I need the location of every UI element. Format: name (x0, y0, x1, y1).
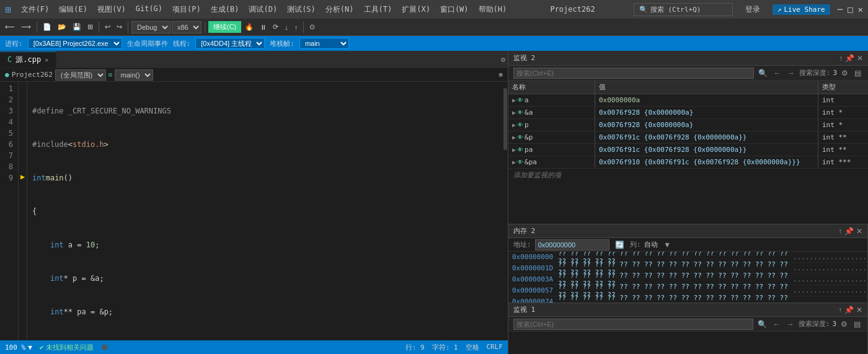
menu-build[interactable]: 生成(B) (206, 3, 244, 16)
menu-extensions[interactable]: 扩展(X) (397, 3, 435, 16)
expand-a-btn[interactable]: ▶ (512, 97, 516, 104)
live-share-button[interactable]: ↗ Live Share (773, 4, 830, 15)
expand-pa-btn[interactable]: ▶ (512, 146, 516, 153)
code-content[interactable]: #define _CRT_SECURE_NO_WARNINGS #include… (27, 82, 503, 340)
process-dropdown[interactable]: [0x3AE8] Project262.exe (28, 38, 122, 49)
watch1-back-btn[interactable]: ← (771, 319, 782, 329)
watch2-search-input[interactable] (513, 68, 754, 79)
thread-dropdown[interactable]: [0x4DD4] 主线程 (195, 38, 265, 49)
memory2-close-btn[interactable]: ✕ (856, 227, 862, 236)
toolbar-back-btn[interactable]: ⟵ (2, 22, 17, 32)
scope-dropdown[interactable]: (全局范围) (55, 69, 106, 81)
watch2-col-btn[interactable]: ▤ (852, 68, 863, 78)
watch1-fwd-btn[interactable]: → (785, 319, 796, 329)
watch-name-addr-p: &p (525, 133, 533, 141)
debug-mode-dropdown[interactable]: Debug (131, 21, 170, 33)
watch2-settings-btn[interactable]: ⚙ (839, 68, 850, 78)
watch-row-addr-pa[interactable]: ▶👁&pa 0x0076f910 {0x0076f91c {0x0076f928… (508, 156, 868, 169)
sep3 (128, 22, 128, 33)
watch1-search-input[interactable] (513, 319, 753, 330)
memory2-expand-btn[interactable]: ↑ (838, 227, 842, 236)
watch-name-pa: pa (525, 146, 533, 154)
menu-debug[interactable]: 调试(D) (244, 3, 282, 16)
add-watch-icon[interactable]: ⊕ (498, 71, 503, 79)
stop-debug-btn[interactable]: 🔥 (242, 22, 256, 32)
editor-tab-source[interactable]: C 源.cpp ✕ (0, 51, 56, 68)
watch-row-a[interactable]: ▶👁a 0x0000000a int (508, 94, 868, 107)
watch1-pin-btn[interactable]: 📌 (844, 306, 854, 314)
menu-view[interactable]: 视图(V) (92, 3, 131, 16)
watch2-header: 监视 2 ↑ 📌 ✕ (508, 51, 868, 66)
line-numbers: 12345 6789 (0, 82, 19, 340)
watch-row-pa[interactable]: ▶👁pa 0x0076f91c {0x0076f928 {0x0000000a}… (508, 144, 868, 156)
mem2-addr-0: 0x00000000 (508, 253, 558, 261)
expand-addr-pa-btn[interactable]: ▶ (512, 159, 516, 166)
platform-dropdown[interactable]: x86 (172, 21, 202, 33)
status-zoom[interactable]: 100 % ▼ (5, 343, 32, 352)
scrollbar-thumb[interactable] (503, 88, 507, 150)
watch2-fwd-btn[interactable]: → (786, 68, 797, 78)
gear-icon[interactable]: ⚙ (501, 55, 505, 64)
memory2-addr-input[interactable] (535, 239, 609, 250)
watch2-back-btn[interactable]: ← (772, 68, 783, 78)
add-watch-item[interactable]: 添加要监视的项 (508, 169, 868, 182)
watch2-search-btn[interactable]: 🔍 (756, 68, 769, 78)
continue-button[interactable]: 继续(C) (208, 21, 241, 33)
tab-close-btn[interactable]: ✕ (45, 56, 48, 63)
memory2-refresh-btn[interactable]: 🔄 (613, 240, 626, 250)
watch1-search-btn[interactable]: 🔍 (756, 319, 769, 329)
menu-window[interactable]: 窗口(W) (435, 3, 474, 16)
watch1-settings-btn[interactable]: ⚙ (839, 319, 849, 329)
menu-test[interactable]: 测试(S) (282, 3, 321, 16)
toolbar-save-all-btn[interactable]: ⊞ (85, 22, 95, 32)
function-dropdown[interactable]: main() (115, 69, 153, 81)
restore-button[interactable]: □ (848, 4, 852, 14)
toolbar-save-btn[interactable]: 💾 (70, 22, 84, 32)
memory2-pin-btn[interactable]: 📌 (844, 227, 854, 236)
watch1-close-btn[interactable]: ✕ (856, 306, 862, 314)
pause-btn[interactable]: ⏸ (257, 22, 269, 32)
watch2-title: 监视 2 (513, 53, 535, 63)
toolbar-undo-btn[interactable]: ↩ (102, 22, 113, 32)
memory2-content[interactable]: 0x00000000 ?? ?? ?? ?? ?? ?? ?? ?? ?? ??… (508, 252, 867, 303)
menu-project[interactable]: 项目(P) (167, 3, 206, 16)
menu-file[interactable]: 文件(F) (16, 3, 55, 16)
toolbar-open-btn[interactable]: 📂 (55, 22, 69, 32)
step-over-btn[interactable]: ⟳ (270, 22, 281, 32)
login-button[interactable]: 登录 (740, 3, 765, 16)
watch1-title: 监视 1 (513, 305, 535, 314)
watch2-expand-btn[interactable]: ↑ (839, 54, 843, 63)
close-button[interactable]: ✕ (858, 4, 863, 14)
watch2-close-btn[interactable]: ✕ (857, 54, 863, 63)
toolbar-new-btn[interactable]: 📄 (40, 22, 54, 32)
expand-addr-p-btn[interactable]: ▶ (512, 134, 516, 141)
step-into-btn[interactable]: ↓ (282, 22, 291, 32)
expand-p-btn[interactable]: ▶ (512, 122, 516, 128)
watch-row-addr-p[interactable]: ▶👁&p 0x0076f91c {0x0076f928 {0x0000000a}… (508, 131, 868, 144)
watch2-pin-btn[interactable]: 📌 (845, 54, 854, 63)
menu-git[interactable]: Git(G) (131, 3, 167, 16)
toolbar-forward-btn[interactable]: ⟶ (19, 22, 33, 32)
watch-row-p[interactable]: ▶👁p 0x0076f928 {0x0000000a} int * (508, 119, 868, 131)
step-out-btn[interactable]: ↑ (292, 22, 301, 32)
watch-icon-addr-a: 👁 (517, 109, 523, 116)
stack-dropdown[interactable]: main (299, 38, 349, 49)
search-box[interactable]: 🔍 搜索 (Ctrl+Q) (634, 3, 733, 16)
watch-row-addr-a[interactable]: ▶👁&a 0x0076f928 {0x0000000a} int * (508, 107, 868, 119)
breakpoints-btn[interactable]: ⊙ (307, 22, 317, 32)
code-scrollbar[interactable] (503, 82, 508, 340)
watch2-table-header: 名称 值 类型 (508, 81, 868, 94)
watch1-expand-btn[interactable]: ↑ (838, 306, 842, 314)
menu-tools[interactable]: 工具(T) (359, 3, 397, 16)
code-editor[interactable]: 12345 6789 ▶ #define _ (0, 82, 508, 340)
minimize-button[interactable]: ─ (838, 4, 843, 14)
memory2-col-dropdown[interactable]: ▼ (662, 240, 673, 250)
toolbar-redo-btn[interactable]: ↪ (114, 22, 125, 32)
sep1 (37, 22, 37, 33)
menu-edit[interactable]: 编辑(E) (54, 3, 92, 16)
menu-analyze[interactable]: 分析(N) (321, 3, 359, 16)
expand-addr-a-btn[interactable]: ▶ (512, 109, 516, 116)
menu-help[interactable]: 帮助(H) (474, 3, 512, 16)
status-col: 字符: 1 (432, 343, 458, 352)
watch1-col-btn[interactable]: ▤ (852, 319, 862, 329)
